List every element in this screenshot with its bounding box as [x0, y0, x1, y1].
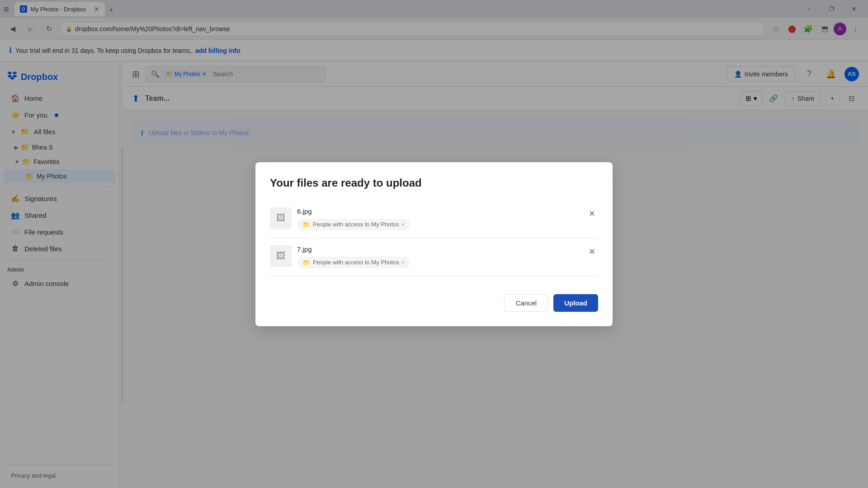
file-item-1: 🖼 6.jpg 📁 People with access to My Photo… — [270, 200, 598, 238]
cancel-button[interactable]: Cancel — [504, 294, 548, 312]
modal-footer: Cancel Upload — [270, 287, 598, 312]
file-name-1: 6.jpg — [297, 207, 580, 215]
file-access-pill-1[interactable]: 📁 People with access to My Photos ▾ — [297, 219, 410, 230]
folder-access-icon-2: 📁 — [302, 259, 310, 266]
file-access-pill-2[interactable]: 📁 People with access to My Photos ▾ — [297, 257, 410, 268]
upload-modal: Your files are ready to upload 🖼 6.jpg 📁… — [255, 162, 613, 326]
file-thumb-1: 🖼 — [270, 207, 292, 229]
access-dropdown-icon-1: ▾ — [402, 222, 404, 227]
folder-access-icon-1: 📁 — [302, 221, 310, 228]
modal-overlay: Your files are ready to upload 🖼 6.jpg 📁… — [123, 87, 868, 488]
file-info-2: 7.jpg 📁 People with access to My Photos … — [297, 245, 580, 268]
file-access-label-1: People with access to My Photos — [313, 221, 399, 228]
file-info-1: 6.jpg 📁 People with access to My Photos … — [297, 207, 580, 230]
access-dropdown-icon-2: ▾ — [402, 260, 404, 265]
file-name-2: 7.jpg — [297, 245, 580, 253]
file-thumb-2: 🖼 — [270, 245, 292, 267]
modal-title: Your files are ready to upload — [270, 177, 598, 189]
file-remove-button-2[interactable]: ✕ — [585, 245, 598, 258]
main-content: ⬆ Team... ⊞ ▾ 🔗 ↑ Share ▾ ⊟ ⬆ — [123, 87, 868, 488]
upload-button[interactable]: Upload — [553, 294, 598, 312]
file-remove-button-1[interactable]: ✕ — [585, 207, 598, 220]
file-access-label-2: People with access to My Photos — [313, 259, 399, 266]
file-item-2: 🖼 7.jpg 📁 People with access to My Photo… — [270, 238, 598, 276]
